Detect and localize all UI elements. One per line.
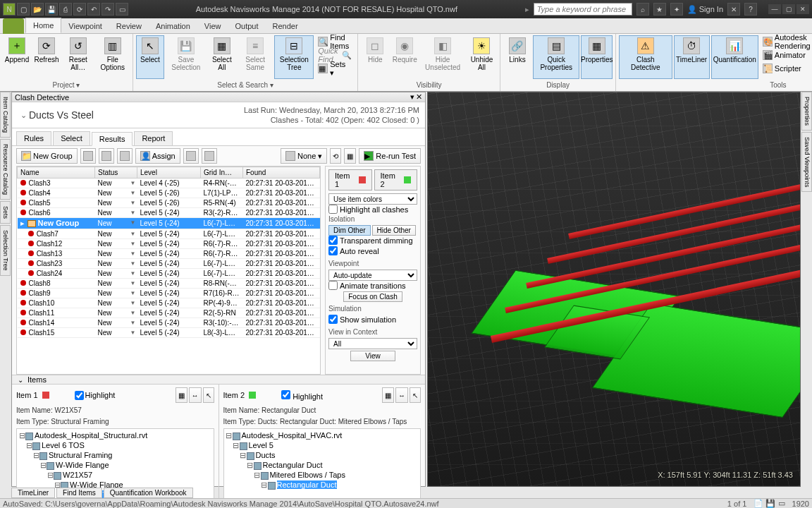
dock-resource-catalog[interactable]: Resource Catalog [0,139,11,200]
reset-all-button[interactable]: ↺Reset All… [62,35,94,79]
table-row[interactable]: Clash14New▼Level 5 (-24)R3(-10):-…20:27:… [18,318,320,328]
print-icon[interactable]: ⎙ [59,3,72,16]
nav-btn-1[interactable]: ⟲ [330,148,341,164]
append-button[interactable]: ＋Append [3,35,31,79]
use-item-colors-select[interactable]: Use item colors [328,193,417,205]
clash-detective-button[interactable]: ⚠Clash Detective [619,35,672,79]
tree-node[interactable]: ⊟W-Wide Flange [18,460,212,470]
table-row[interactable]: Clash9New▼Level 5 (-24)R7(16)-R…20:27:31… [18,289,320,298]
table-row[interactable]: Clash4New▼Level 5 (-26)L7(1)-LP…20:27:31… [18,188,320,198]
view-button[interactable]: View [350,351,395,361]
links-button[interactable]: 🔗Links [503,35,531,79]
hide-unselected-button[interactable]: ◧Hide Unselected [420,35,465,79]
group-btn-1[interactable] [80,148,96,164]
timeliner-button[interactable]: ⏱TimeLiner [674,35,710,79]
tab-report[interactable]: Report [134,131,173,145]
keyword-search-input[interactable] [534,3,632,16]
dock-item-catalog[interactable]: Item Catalog [0,92,11,138]
transparent-checkbox[interactable] [328,236,338,245]
refresh-icon[interactable]: ⟳ [73,3,86,16]
hide-button[interactable]: ◻Hide [361,35,389,79]
table-row[interactable]: Clash11New▼Level 5 (-24)R2(-5)-RN20:27:3… [18,308,320,318]
minimize-icon[interactable]: — [768,4,781,14]
infocenter-icon[interactable]: ⌕ [636,3,649,16]
select-button[interactable]: ↖Select [136,35,164,79]
none-dropdown[interactable]: None ▾ [281,148,327,164]
results-grid[interactable]: Name Status Level Grid In… Found Clash3N… [16,166,321,375]
tree-node[interactable]: ⊟Autodesk_Hospital_HVAC.rvt [226,430,419,440]
select-icon[interactable]: ▭ [116,3,128,16]
redo-icon[interactable]: ↷ [102,3,114,16]
auto-reveal-checkbox[interactable] [328,246,338,255]
tree-node[interactable]: ⊟Structural Framing [18,450,212,460]
file-menu-button[interactable] [3,18,24,34]
tree-node[interactable]: ⊟Level 5 [226,440,419,450]
dim-other-button[interactable]: Dim Other [328,225,371,236]
table-row[interactable]: ▸New GroupNew▼Level 5 (-24)L6(-7)-L…20:2… [18,218,320,229]
tab-output[interactable]: Output [228,19,266,33]
btab-find-items[interactable]: Find Items [56,488,102,498]
panel-dropdown-icon[interactable]: ▾ [410,92,414,102]
open-icon[interactable]: 📂 [31,3,44,16]
context-select[interactable]: All [328,338,417,349]
quick-properties-button[interactable]: ▤Quick Properties [533,35,579,79]
key-icon[interactable]: ✦ [670,3,683,16]
assign-button[interactable]: 👤Assign [135,148,180,164]
dock-selection-tree[interactable]: Selection Tree [0,225,11,276]
refresh-button[interactable]: ⟳Refresh [32,35,61,79]
scripter-button[interactable]: 📜Scripter [760,62,812,75]
properties-button[interactable]: ▦Properties [581,35,613,79]
unhide-all-button[interactable]: ☀Unhide All [467,35,497,79]
focus-on-clash-button[interactable]: Focus on Clash [343,291,402,302]
3d-viewport[interactable]: X: 157ft 5.91 Y: 304ft 11.31 Z: 51ft 3.4… [427,92,801,487]
filter-btn-1[interactable] [183,148,199,164]
undo-icon[interactable]: ↶ [87,3,100,16]
filter-btn-2[interactable] [202,148,217,164]
sign-in-link[interactable]: 👤 Sign In [687,5,723,14]
new-group-button[interactable]: 📁New Group [16,148,78,164]
tree-node[interactable]: ⊟Autodesk_Hospital_Structural.rvt [18,430,212,440]
table-row[interactable]: Clash13New▼Level 5 (-24)R6(-7)-R…20:27:3… [18,249,320,259]
star-icon[interactable]: ★ [653,3,666,16]
quantification-button[interactable]: 📊Quantification [711,35,758,79]
btab-quantification[interactable]: Quantification Workbook [104,488,193,498]
tab-viewpoint[interactable]: Viewpoint [61,19,109,33]
new-icon[interactable]: ▢ [17,3,30,16]
table-row[interactable]: Clash10New▼Level 5 (-24)RP(-4)-9…20:27:3… [18,298,320,308]
table-row[interactable]: Clash5New▼Level 5 (-26)R5-RN(-4)20:27:31… [18,198,320,208]
close-icon[interactable]: ✕ [796,4,809,14]
table-row[interactable]: Clash15New▼Level 5 (-24)L8(-3)-L…20:27:3… [18,328,320,338]
item1-pill[interactable]: Item 1 [328,169,372,190]
item2-tool-1[interactable]: ▦ [382,387,394,403]
tree-node[interactable]: ⊟Ducts [226,450,419,460]
dock-saved-viewpoints[interactable]: Saved Viewpoints [801,132,812,192]
sets-button[interactable]: ▦Sets ▾ [315,62,355,75]
test-expand-icon[interactable]: ⌄ [18,111,29,120]
save-selection-button[interactable]: 💾Save Selection [166,35,207,79]
table-row[interactable]: Clash7New▼Level 5 (-24)L6(-7)-L…20:27:31… [18,229,320,239]
tree-node[interactable]: ⊟Mitered Elbows / Taps [226,470,419,480]
show-sim-checkbox[interactable] [328,315,338,324]
tab-view[interactable]: View [197,19,228,33]
group-btn-2[interactable] [99,148,114,164]
selection-tree-button[interactable]: ⊟Selection Tree [274,35,314,79]
exchange-icon[interactable]: ✕ [727,3,740,16]
items-expand-icon[interactable]: ⌄ [18,376,23,384]
animator-button[interactable]: 🎬Animator [760,49,812,61]
select-same-button[interactable]: ≡Select Same [238,35,273,79]
panel-close-icon[interactable]: ✕ [416,92,422,102]
tree-node[interactable]: ⊟W21X57 [18,470,212,480]
file-options-button[interactable]: ▥File Options [96,35,130,79]
tab-home[interactable]: Home [25,18,61,33]
item2-highlight-checkbox[interactable] [281,390,290,399]
dock-properties[interactable]: Properties [801,92,812,131]
tab-animation[interactable]: Animation [149,19,197,33]
save-icon[interactable]: 💾 [45,3,58,16]
table-row[interactable]: Clash8New▼Level 5 (-24)R8-RN(-…20:27:31 … [18,279,320,289]
tab-select[interactable]: Select [53,131,90,145]
btab-timeliner[interactable]: TimeLiner [11,488,55,498]
highlight-all-checkbox[interactable] [328,205,338,214]
item2-tree[interactable]: ⊟Autodesk_Hospital_HVAC.rvt⊟Level 5⊟Duct… [223,428,422,502]
table-row[interactable]: Clash23New▼Level 5 (-24)L6(-7)-L…20:27:3… [18,259,320,269]
tree-node[interactable]: ⊟Rectangular Duct [226,460,419,470]
